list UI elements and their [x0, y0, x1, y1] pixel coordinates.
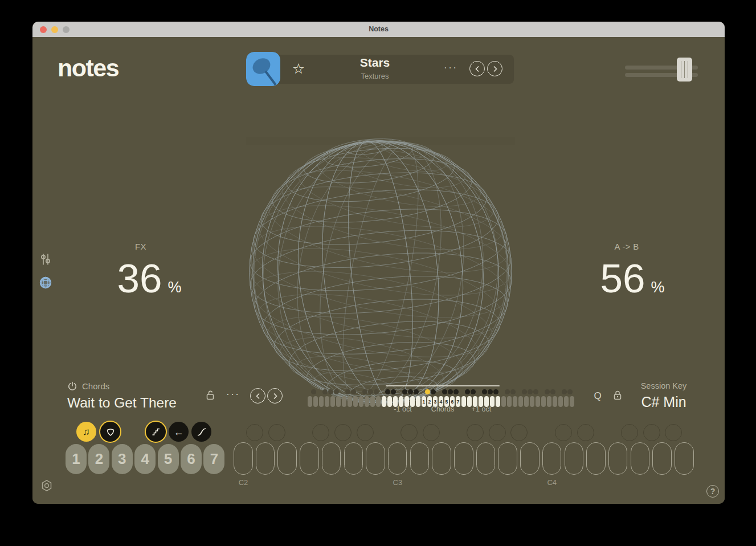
white-key[interactable] [608, 442, 628, 475]
white-key[interactable] [498, 442, 517, 475]
white-key[interactable] [234, 442, 253, 475]
black-key[interactable] [268, 424, 285, 441]
white-key[interactable] [586, 442, 606, 475]
help-button[interactable]: ? [706, 485, 719, 498]
settings-button[interactable] [40, 479, 54, 492]
white-key[interactable] [675, 442, 694, 475]
black-key[interactable] [312, 424, 329, 441]
white-key[interactable] [520, 442, 540, 475]
black-key[interactable] [621, 424, 638, 441]
black-key[interactable] [555, 424, 572, 441]
white-key[interactable] [410, 442, 430, 475]
app-window: Notes notes ☆ Stars Textures ··· [32, 22, 725, 504]
white-key[interactable] [277, 442, 297, 475]
white-key[interactable] [565, 442, 584, 475]
black-key[interactable] [577, 424, 594, 441]
keyboard-octave-label: C3 [393, 478, 403, 487]
black-key[interactable] [665, 424, 682, 441]
screen: Notes notes ☆ Stars Textures ··· [0, 0, 756, 546]
black-key[interactable] [643, 424, 660, 441]
white-key[interactable] [322, 442, 341, 475]
black-key[interactable] [357, 424, 374, 441]
white-key[interactable] [300, 442, 319, 475]
window-title: Notes [32, 22, 725, 37]
black-key[interactable] [423, 424, 440, 441]
white-key[interactable] [454, 442, 473, 475]
white-key[interactable] [476, 442, 496, 475]
titlebar[interactable]: Notes [32, 22, 725, 37]
black-key[interactable] [510, 424, 528, 441]
keyboard-octave-label: C2 [239, 478, 248, 487]
white-key[interactable] [432, 442, 451, 475]
black-key[interactable] [334, 424, 352, 441]
keyboard-octave-label: C4 [547, 478, 557, 487]
white-key[interactable] [631, 442, 650, 475]
black-key[interactable] [467, 424, 484, 441]
settings-icon [40, 479, 54, 492]
white-key[interactable] [366, 442, 385, 475]
white-key[interactable] [344, 442, 363, 475]
black-key[interactable] [401, 424, 418, 441]
white-key[interactable] [652, 442, 672, 475]
white-key[interactable] [388, 442, 407, 475]
keyboard: C2C3C4 [32, 37, 725, 504]
black-key[interactable] [246, 424, 263, 441]
app-body: notes ☆ Stars Textures ··· [32, 37, 725, 504]
white-key[interactable] [256, 442, 275, 475]
white-key[interactable] [542, 442, 562, 475]
black-key[interactable] [489, 424, 506, 441]
